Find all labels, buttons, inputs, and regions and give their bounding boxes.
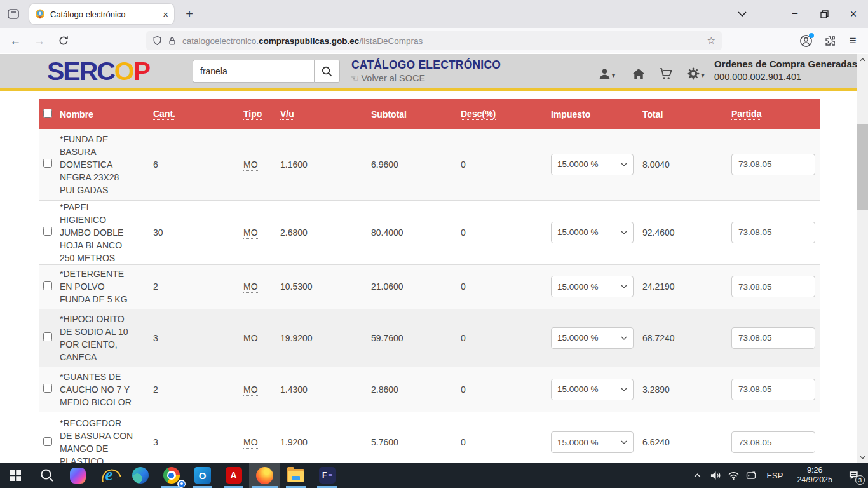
internet-explorer-icon[interactable]: e (93, 463, 125, 488)
product-tipo: MO (243, 227, 258, 239)
row-checkbox[interactable] (43, 384, 52, 393)
wifi-icon[interactable] (724, 463, 742, 488)
product-cant: 6 (153, 129, 243, 200)
caret-down-icon: ▾ (701, 72, 704, 80)
bookmark-star-icon[interactable]: ☆ (707, 35, 715, 46)
account-icon[interactable] (796, 30, 816, 51)
menu-icon[interactable]: ≡ (843, 30, 863, 51)
product-cant: 3 (153, 309, 243, 367)
minimize-button[interactable]: − (780, 0, 810, 28)
partida-input[interactable] (731, 276, 815, 297)
new-tab-button[interactable]: + (180, 5, 198, 23)
col-header-cant: Cant. (153, 99, 243, 129)
product-name: *PAPEL HIGIENICO JUMBO DOBLE HOJA BLANCO… (60, 201, 135, 264)
product-vu: 1.4300 (280, 367, 371, 412)
clock[interactable]: 9:2624/9/2025 (789, 463, 840, 488)
reload-icon[interactable] (53, 30, 74, 51)
start-button[interactable] (0, 463, 31, 488)
acrobat-icon[interactable]: A (218, 463, 249, 488)
product-subtotal: 5.7600 (371, 412, 461, 463)
product-total: 3.2890 (642, 367, 731, 412)
url-text[interactable]: catalogoelectronico.compraspublicas.gob.… (182, 36, 702, 46)
connect-display-icon[interactable] (742, 463, 760, 488)
impuesto-select[interactable]: 15.0000 % (551, 327, 634, 349)
file-explorer-icon[interactable] (280, 463, 311, 488)
action-center-icon[interactable]: 3 (840, 463, 868, 488)
shield-icon[interactable] (153, 36, 162, 46)
back-button[interactable]: ← (5, 30, 25, 51)
table-row: *DETERGENTE EN POLVO FUNDA DE 5 KG 2 MO … (39, 264, 820, 309)
tab-close-icon[interactable]: × (163, 10, 168, 19)
row-checkbox[interactable] (43, 437, 52, 446)
impuesto-select[interactable]: 15.0000 % (551, 431, 634, 453)
search-button[interactable] (314, 60, 340, 83)
product-cant: 2 (153, 264, 243, 309)
user-menu-icon[interactable]: ▾ (596, 65, 618, 80)
account-sync-dot (809, 33, 814, 38)
firefox-icon[interactable] (249, 463, 280, 488)
product-cant: 30 (153, 200, 243, 264)
lock-icon[interactable] (168, 36, 177, 46)
partida-input[interactable] (731, 327, 815, 349)
table-row: *HIPOCLORITO DE SODIO AL 10 POR CIENTO, … (39, 309, 820, 367)
product-total: 8.0040 (642, 129, 731, 200)
home-icon[interactable] (628, 65, 649, 80)
address-bar[interactable]: catalogoelectronico.compraspublicas.gob.… (146, 31, 722, 50)
orders-generated: Ordenes de Compra Generadas 000.000.002.… (714, 58, 849, 83)
system-tray: ESP 9:2624/9/2025 3 (688, 463, 868, 488)
chrome-icon[interactable] (156, 463, 187, 488)
partida-input[interactable] (731, 154, 815, 175)
product-name: *GUANTES DE CAUCHO NO 7 Y MEDIO BICOLOR (60, 370, 135, 409)
row-checkbox[interactable] (43, 227, 52, 236)
partida-input[interactable] (731, 379, 815, 400)
row-checkbox[interactable] (43, 281, 52, 290)
fes-app-icon[interactable]: F≡ (311, 463, 342, 488)
product-desc: 0 (461, 129, 551, 200)
search-input[interactable] (193, 60, 314, 83)
edge-icon[interactable] (125, 463, 156, 488)
col-header-desc: Desc(%) (461, 99, 551, 129)
scrollbar-thumb[interactable] (857, 124, 868, 210)
firefox-view-icon[interactable] (6, 7, 20, 21)
browser-tab[interactable]: Catálogo electrónico × (29, 4, 174, 24)
language-indicator[interactable]: ESP (760, 463, 789, 488)
product-subtotal: 2.8600 (371, 367, 461, 412)
scroll-down-arrow[interactable] (857, 452, 868, 463)
product-tipo: MO (243, 333, 258, 344)
impuesto-select[interactable]: 15.0000 % (551, 379, 634, 400)
product-cant: 2 (153, 367, 243, 412)
sercop-logo[interactable]: SERCOP (47, 56, 149, 86)
page-scrollbar[interactable] (857, 54, 868, 463)
table-row: *GUANTES DE CAUCHO NO 7 Y MEDIO BICOLOR … (39, 367, 820, 412)
titlebar-separator (25, 8, 25, 20)
product-total: 92.4600 (642, 200, 731, 264)
tray-chevron-up-icon[interactable] (688, 463, 707, 488)
extensions-icon[interactable] (820, 30, 840, 51)
tray-date: 24/9/2025 (797, 475, 832, 485)
page-body: Nombre Cant. Tipo V/u Subtotal Desc(%) I… (0, 91, 857, 463)
select-all-checkbox[interactable] (43, 109, 52, 118)
scroll-up-arrow[interactable] (857, 54, 868, 65)
taskbar-search-icon[interactable] (31, 463, 62, 488)
close-button[interactable]: × (839, 0, 868, 28)
outlook-icon[interactable]: O (187, 463, 218, 488)
row-checkbox[interactable] (43, 332, 52, 341)
copilot-icon[interactable] (62, 463, 93, 488)
search-icon (322, 66, 332, 77)
list-all-tabs-icon[interactable] (728, 0, 757, 28)
impuesto-select[interactable]: 15.0000 % (551, 154, 634, 175)
gear-menu-icon[interactable]: ▾ (685, 65, 707, 80)
row-checkbox[interactable] (43, 159, 52, 168)
volver-al-soce-link[interactable]: ☜ Volver al SOCE (350, 72, 425, 84)
orders-label: Ordenes de Compra Generadas (714, 58, 849, 71)
volume-icon[interactable] (707, 463, 724, 488)
impuesto-select[interactable]: 15.0000 % (551, 276, 634, 297)
cart-icon[interactable] (655, 65, 677, 80)
restore-button[interactable] (810, 0, 839, 28)
header-accent-line (0, 88, 857, 91)
product-vu: 10.5300 (280, 264, 371, 309)
partida-input[interactable] (731, 222, 815, 243)
partida-input[interactable] (731, 431, 815, 453)
product-vu: 1.1600 (280, 129, 371, 200)
impuesto-select[interactable]: 15.0000 % (551, 222, 634, 243)
